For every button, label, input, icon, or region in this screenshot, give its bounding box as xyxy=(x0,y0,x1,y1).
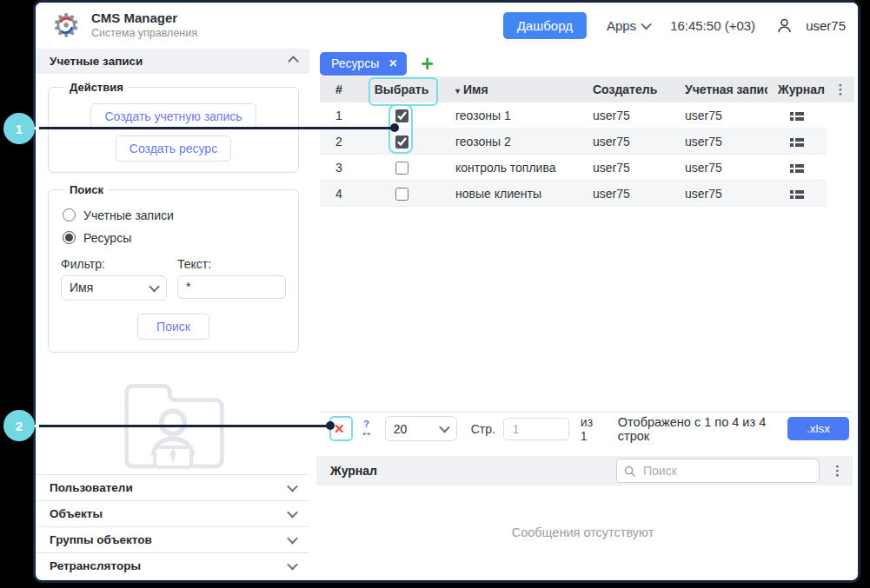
menu-dots-icon: ⋮ xyxy=(834,82,847,96)
pages-total-label: из 1 xyxy=(581,415,601,443)
app-logo: ⚙ xyxy=(50,10,83,43)
col-creator[interactable]: Создатель xyxy=(582,76,674,102)
row-checkbox[interactable] xyxy=(395,162,408,175)
search-text-input[interactable] xyxy=(177,275,286,299)
radio-resources[interactable]: Ресурсы xyxy=(63,231,288,245)
row-number: 4 xyxy=(320,181,358,207)
close-tab-icon[interactable]: ✕ xyxy=(389,57,397,69)
annotation-line-1 xyxy=(39,127,392,129)
row-menu-cell xyxy=(827,181,854,207)
annotation-badge-1: 1 xyxy=(3,113,35,144)
tab-label: Ресурсы xyxy=(331,56,379,70)
row-checkbox[interactable] xyxy=(395,109,408,122)
logo-color-arcs xyxy=(50,10,83,43)
dashboard-button[interactable]: Дашборд xyxy=(503,12,587,39)
journal-cell[interactable] xyxy=(767,181,827,207)
journal-search-input[interactable] xyxy=(641,463,812,479)
row-number: 2 xyxy=(320,129,358,155)
sidebar-item-unit-groups[interactable]: Группы объектов xyxy=(36,526,309,552)
journal-cell[interactable] xyxy=(767,155,827,181)
tab-bar: Ресурсы ✕ + xyxy=(320,50,853,76)
filter-label: Фильтр: xyxy=(61,257,167,271)
clock-display: 16:45:50 (+03) xyxy=(670,18,755,33)
row-number: 1 xyxy=(320,102,358,129)
table-row: 4 новые клиенты user75 user75 xyxy=(320,181,854,207)
chevron-down-icon xyxy=(287,481,298,492)
sort-desc-icon: ▾ xyxy=(455,86,460,96)
sidebar-item-label: Пользователи xyxy=(50,481,133,494)
journal-cell[interactable] xyxy=(767,102,827,129)
row-menu-cell xyxy=(827,129,854,155)
create-account-button[interactable]: Создать учетную запись xyxy=(90,103,256,129)
user-menu[interactable]: user75 xyxy=(775,17,846,35)
account-cell: user75 xyxy=(674,181,767,207)
resource-name[interactable]: геозоны 1 xyxy=(445,102,582,129)
sidebar-sections: Пользователи Объекты Группы объектов Рет… xyxy=(36,474,309,578)
chevron-down-icon xyxy=(439,422,450,433)
column-menu-icon[interactable]: ⋮ xyxy=(827,76,854,102)
sidebar-item-label: Ретрансляторы xyxy=(50,559,141,572)
row-checkbox-cell xyxy=(358,129,445,155)
col-select[interactable]: Выбрать xyxy=(358,76,445,102)
chevron-down-icon xyxy=(149,281,160,292)
apps-label: Apps xyxy=(607,18,636,33)
sidebar-item-users[interactable]: Пользователи xyxy=(36,474,309,500)
col-name[interactable]: ▾Имя xyxy=(445,76,582,102)
tab-resources[interactable]: Ресурсы ✕ xyxy=(320,52,407,76)
journal-title: Журнал xyxy=(330,464,377,478)
annotation-badge-2: 2 xyxy=(3,410,35,441)
filter-select[interactable]: Имя xyxy=(61,275,167,301)
resource-name[interactable]: геозоны 2 xyxy=(445,129,582,155)
page-number-input[interactable] xyxy=(503,418,569,440)
username-label: user75 xyxy=(806,18,846,33)
accounts-header-label: Учетные записи xyxy=(50,55,143,68)
page-size-value: 20 xyxy=(394,422,408,436)
creator-cell: user75 xyxy=(582,181,674,207)
journal-menu-icon[interactable]: ⋮ xyxy=(831,463,844,479)
journal-cell[interactable] xyxy=(767,129,827,155)
actions-legend: Действия xyxy=(64,81,129,94)
col-name-label: Имя xyxy=(463,83,488,96)
row-checkbox-cell xyxy=(358,102,445,129)
sidebar-item-label: Объекты xyxy=(50,507,103,520)
chevron-up-icon xyxy=(288,56,299,67)
journal-empty-message: Сообщения отсутствуют xyxy=(313,525,853,539)
radio-accounts-label: Учетные записи xyxy=(83,208,174,222)
account-cell: user75 xyxy=(674,129,767,155)
export-xlsx-button[interactable]: .xlsx xyxy=(787,417,849,440)
page-size-select[interactable]: 20 xyxy=(385,416,457,441)
app-window: ⚙ CMS Manager Система управления Дашборд… xyxy=(33,0,860,583)
apps-dropdown[interactable]: Apps xyxy=(607,18,650,33)
fit-columns-icon[interactable]: ? ↔ xyxy=(361,420,373,438)
chevron-down-icon xyxy=(287,507,298,519)
resource-name[interactable]: новые клиенты xyxy=(445,181,582,207)
radio-resources-input[interactable] xyxy=(63,231,76,244)
row-menu-cell xyxy=(827,102,854,129)
create-resource-button[interactable]: Создать ресурс xyxy=(116,135,231,162)
search-group: Поиск Учетные записи Ресурсы Фильтр: Тек… xyxy=(48,183,299,353)
resources-table: # Выбрать ▾Имя Создатель Учетная запись … xyxy=(320,76,854,207)
radio-accounts-input[interactable] xyxy=(63,208,76,221)
search-legend: Поиск xyxy=(64,183,109,196)
journal-header: Журнал ⋮ xyxy=(316,456,853,486)
radio-resources-label: Ресурсы xyxy=(83,231,131,245)
search-button[interactable]: Поиск xyxy=(137,314,209,340)
pagination-bar: ✕ ? ↔ 20 Стр. из 1 Отображено с 1 по 4 и… xyxy=(320,412,853,445)
sidebar-item-label: Группы объектов xyxy=(50,533,152,546)
col-account[interactable]: Учетная запись xyxy=(674,76,767,102)
table-row: 2 геозоны 2 user75 user75 xyxy=(320,129,854,155)
sidebar-item-accounts[interactable]: Учетные записи xyxy=(36,49,309,74)
row-number: 3 xyxy=(320,155,358,181)
journal-icon xyxy=(790,137,804,148)
sidebar-item-units[interactable]: Объекты xyxy=(36,500,309,526)
row-checkbox[interactable] xyxy=(395,188,408,201)
add-tab-icon[interactable]: + xyxy=(421,55,434,72)
radio-accounts[interactable]: Учетные записи xyxy=(63,208,288,222)
journal-icon xyxy=(790,111,804,122)
user-icon xyxy=(775,17,794,35)
creator-cell: user75 xyxy=(582,155,674,181)
sidebar-item-retranslators[interactable]: Ретрансляторы xyxy=(36,552,309,578)
fit-arrow-glyph: ↔ xyxy=(361,427,373,437)
row-checkbox[interactable] xyxy=(395,135,408,149)
resource-name[interactable]: контроль топлива xyxy=(445,155,582,181)
